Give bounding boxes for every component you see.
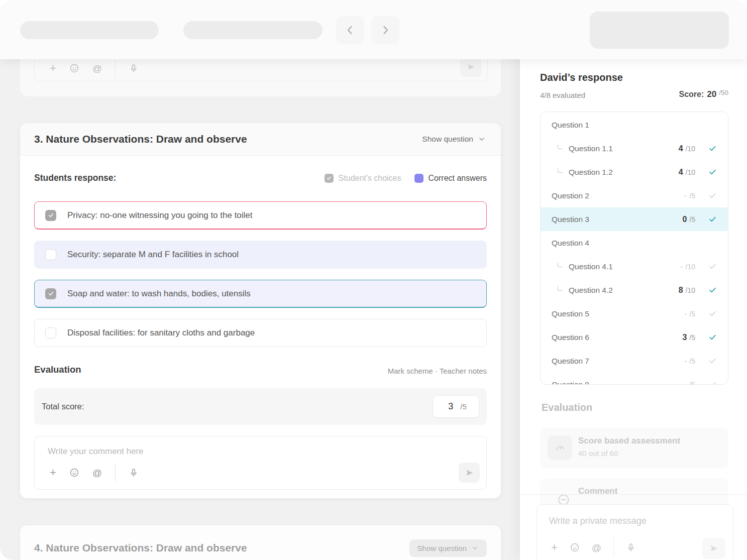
sidebar-evaluation-heading: Evaluation: [542, 402, 592, 413]
question-label: Question 8: [552, 380, 589, 385]
tree-connector-icon: [558, 145, 563, 149]
question-row[interactable]: Question 7 -/5: [541, 349, 728, 373]
question-label: Question 1.1: [569, 144, 613, 153]
question-row[interactable]: Question 8 -/5: [541, 373, 728, 385]
correct-answer-swatch-icon: [414, 174, 423, 183]
question-row[interactable]: Question 1.1 4/10: [541, 137, 728, 160]
score-value: 20: [707, 89, 716, 99]
response-sidebar: David’s response 4/8 evaluated Score: 20…: [520, 0, 747, 560]
question-row[interactable]: Question 4: [541, 231, 728, 255]
checkbox-unchecked[interactable]: [45, 327, 56, 339]
mic-icon[interactable]: [129, 468, 139, 478]
check-icon: [708, 286, 717, 294]
response-title: David’s response: [540, 72, 623, 83]
answer-option-unselected[interactable]: Disposal facilities: for sanitary cloths…: [34, 319, 487, 347]
send-button[interactable]: [459, 463, 480, 483]
previous-student-button[interactable]: [336, 16, 364, 44]
emoji-icon[interactable]: [69, 468, 79, 478]
question-label: Question 1.2: [569, 168, 613, 177]
emoji-icon[interactable]: [570, 542, 580, 552]
total-score-max: /5: [460, 402, 467, 411]
plus-icon[interactable]: +: [50, 63, 56, 74]
question-list: Question 1 Question 1.1 4/10 Question 1.…: [540, 111, 728, 385]
answer-option-correct-choice[interactable]: Soap and water: to wash hands, bodies, u…: [34, 280, 487, 308]
legend-label: Correct answers: [429, 174, 487, 183]
mention-icon[interactable]: @: [92, 468, 102, 478]
mention-icon[interactable]: @: [92, 64, 102, 73]
main-panel: + @ 3. Nature Observations: Draw and obs…: [0, 0, 520, 560]
show-question-button[interactable]: Show question: [409, 539, 487, 557]
option-label: Security: separate M and F facilities in…: [67, 250, 239, 260]
breadcrumb-placeholder[interactable]: [183, 21, 323, 39]
question-row[interactable]: Question 5 -/5: [541, 302, 728, 325]
question-row[interactable]: Question 6 3/5: [541, 325, 728, 349]
toolbar-divider: [613, 538, 614, 557]
answers-legend: Student's choices Correct answers: [325, 174, 487, 183]
total-score-summary: Score: 20 /50: [679, 89, 729, 99]
question-row[interactable]: Question 4.1 -/10: [541, 255, 728, 278]
legend-correct-answers: Correct answers: [414, 174, 487, 183]
question-label: Question 2: [552, 191, 589, 200]
mark-scheme-teacher-notes-links[interactable]: Mark scheme · Teacher notes: [388, 367, 487, 375]
tree-connector-icon: [558, 168, 563, 173]
students-response-label: Students response:: [34, 173, 116, 183]
comment-composer: + @: [34, 436, 487, 490]
private-message-input[interactable]: [548, 515, 722, 530]
legend-students-choices: Student's choices: [325, 174, 401, 183]
section-body: Students response: Student's choices Cor…: [20, 173, 501, 504]
question-row[interactable]: Question 1.2 4/10: [541, 160, 728, 184]
tree-connector-icon: [558, 263, 563, 267]
total-score-label: Total score:: [42, 402, 84, 411]
total-score-input[interactable]: [445, 401, 456, 412]
score-based-assessment-card[interactable]: Score based assessment 40 out of 60: [540, 428, 728, 468]
plus-icon[interactable]: +: [50, 467, 56, 478]
question-row[interactable]: Question 4.2 8/10: [541, 278, 728, 302]
checkbox-checked[interactable]: [45, 288, 56, 299]
top-navigation-bar: [0, 0, 747, 59]
question-label: Question 4.1: [569, 262, 613, 271]
question-row[interactable]: Question 1: [541, 113, 728, 137]
question-label: Question 4.2: [569, 286, 613, 295]
question-label: Question 4: [552, 239, 589, 248]
question-row-active[interactable]: Question 3 0/5: [541, 207, 728, 231]
check-icon: [708, 262, 717, 271]
mic-icon[interactable]: [129, 63, 139, 73]
evaluation-heading: Evaluation: [34, 364, 81, 375]
show-question-label: Show question: [417, 544, 467, 552]
answer-option-incorrect-choice[interactable]: Privacy: no-one witnessing you going to …: [34, 201, 487, 230]
send-button[interactable]: [702, 538, 725, 559]
check-icon: [708, 333, 717, 342]
next-student-button[interactable]: [371, 16, 399, 44]
legend-label: Student's choices: [339, 174, 401, 183]
emoji-icon[interactable]: [69, 63, 79, 73]
check-icon: [708, 168, 717, 176]
question-label: Question 5: [552, 309, 589, 318]
private-message-composer: + @: [537, 504, 733, 560]
composer-toolbar: + @: [551, 538, 636, 557]
show-question-button[interactable]: Show question: [422, 135, 486, 144]
breadcrumb-placeholder[interactable]: [20, 21, 159, 39]
total-score-input-box: /5: [433, 395, 479, 418]
plus-icon[interactable]: +: [551, 542, 558, 553]
check-icon: [708, 309, 717, 318]
section-title: 4. Nature Observations: Draw and observe: [34, 542, 247, 554]
section-title: 3. Nature Observations: Draw and observe: [34, 133, 247, 145]
mic-icon[interactable]: [626, 542, 636, 552]
check-icon: [708, 357, 717, 365]
chevron-right-icon: [379, 24, 391, 36]
comment-input[interactable]: [47, 445, 446, 462]
toolbar-placeholder[interactable]: [590, 12, 729, 49]
sidebar-divider: [520, 494, 747, 495]
option-label: Disposal facilities: for sanitary cloths…: [67, 328, 255, 338]
question-label: Question 7: [552, 357, 589, 366]
checkbox-checked[interactable]: [45, 210, 56, 221]
checkbox-unchecked[interactable]: [45, 249, 56, 260]
answer-option-correct-answer[interactable]: Security: separate M and F facilities in…: [34, 241, 487, 269]
next-question-section-card: 4. Nature Observations: Draw and observe…: [20, 525, 501, 560]
send-button[interactable]: [460, 57, 481, 77]
toolbar-divider: [115, 59, 116, 78]
comment-card-title: Comment: [578, 486, 617, 496]
mention-icon[interactable]: @: [592, 543, 601, 552]
option-label: Privacy: no-one witnessing you going to …: [67, 210, 253, 220]
question-row[interactable]: Question 2 -/5: [541, 184, 728, 207]
